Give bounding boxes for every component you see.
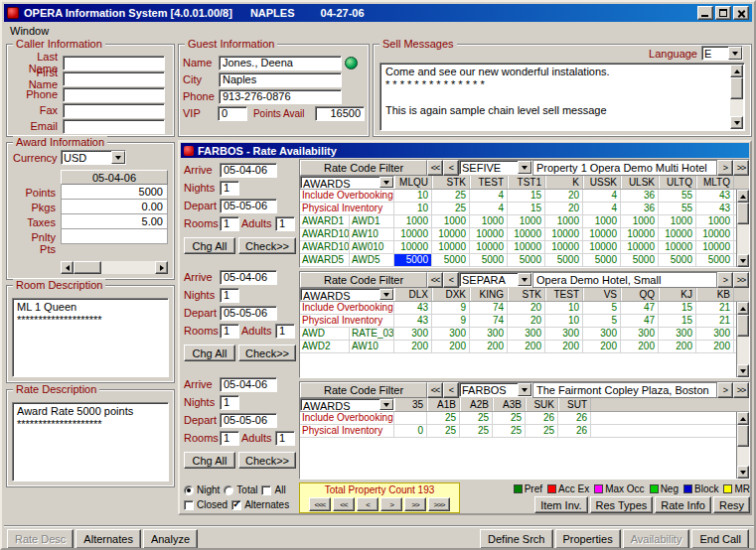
- availability-cell[interactable]: 25: [427, 412, 460, 424]
- availability-cell[interactable]: 5000: [621, 254, 659, 266]
- rate-class-select[interactable]: AWARDS: [300, 288, 394, 301]
- pkgs-value[interactable]: 0.00: [61, 200, 168, 214]
- availability-cell[interactable]: 25: [427, 425, 460, 437]
- scrollbar-thumb[interactable]: [737, 425, 749, 447]
- property-select[interactable]: FARBOS: [459, 382, 532, 397]
- availability-cell[interactable]: 10000: [621, 228, 659, 240]
- grid-vertical-scrollbar[interactable]: [736, 412, 749, 479]
- grid-scroll-left-fast-button[interactable]: <<: [427, 272, 443, 288]
- availability-cell[interactable]: 10000: [432, 241, 470, 253]
- scroll-down-button[interactable]: [737, 466, 749, 479]
- rate-info-button[interactable]: Rate Info: [655, 496, 711, 513]
- night-radio[interactable]: [184, 485, 194, 495]
- resy-button[interactable]: Resy: [713, 496, 750, 513]
- guest-city-field[interactable]: [219, 72, 342, 87]
- availability-cell[interactable]: 5000: [696, 254, 734, 266]
- scroll-down-button[interactable]: [737, 364, 749, 377]
- award-date-column-header[interactable]: 05-04-06: [61, 170, 168, 185]
- grid-scroll-right-fast-button[interactable]: >>: [733, 160, 749, 176]
- arrive-date-input[interactable]: [220, 163, 277, 178]
- availability-cell[interactable]: 200: [432, 341, 470, 352]
- nav-prev-button[interactable]: <: [357, 497, 378, 511]
- first-name-input[interactable]: [63, 71, 165, 86]
- availability-cell[interactable]: 21: [696, 302, 734, 314]
- availability-cell[interactable]: 9: [432, 302, 470, 314]
- pnlty-pts-value[interactable]: [61, 229, 168, 244]
- availability-cell[interactable]: 200: [545, 341, 583, 352]
- adults-input[interactable]: [275, 324, 295, 339]
- availability-cell[interactable]: 25: [432, 190, 470, 202]
- award-horizontal-scrollbar[interactable]: [61, 261, 168, 274]
- availability-cell[interactable]: 300: [583, 328, 621, 340]
- availability-cell[interactable]: 10000: [659, 241, 696, 253]
- availability-cell[interactable]: 1000: [508, 215, 545, 227]
- rate-desc-button[interactable]: Rate Desc: [7, 529, 74, 549]
- availability-cell[interactable]: 4: [470, 203, 508, 214]
- availability-cell[interactable]: 10: [394, 203, 432, 214]
- availability-cell[interactable]: 1000: [432, 215, 470, 227]
- availability-cell[interactable]: 20: [508, 315, 545, 327]
- availability-cell[interactable]: 200: [659, 341, 696, 352]
- menu-window[interactable]: Window: [10, 25, 49, 37]
- availability-cell[interactable]: 74: [470, 302, 508, 314]
- chevron-down-icon[interactable]: [518, 161, 531, 174]
- availability-cell[interactable]: 5000: [583, 254, 621, 266]
- minimize-button[interactable]: [697, 6, 713, 20]
- guest-name-field[interactable]: [219, 56, 342, 70]
- closed-checkbox[interactable]: [184, 500, 194, 510]
- availability-cell[interactable]: 10000: [508, 241, 545, 253]
- availability-cell[interactable]: 1000: [394, 215, 432, 227]
- availability-cell[interactable]: 300: [621, 328, 659, 340]
- scroll-left-button[interactable]: [61, 261, 74, 274]
- rate-class-select[interactable]: AWARDS: [300, 176, 394, 189]
- availability-cell[interactable]: 200: [470, 341, 508, 352]
- availability-cell[interactable]: 74: [470, 315, 508, 327]
- nights-input[interactable]: [220, 181, 239, 196]
- availability-button[interactable]: Availability: [623, 529, 690, 549]
- availability-cell[interactable]: 10: [394, 190, 432, 202]
- res-types-button[interactable]: Res Types: [590, 496, 654, 513]
- availability-cell[interactable]: 43: [394, 315, 432, 327]
- properties-button[interactable]: Properties: [555, 529, 621, 549]
- language-select[interactable]: E: [701, 46, 743, 61]
- maximize-button[interactable]: [715, 6, 731, 20]
- availability-cell[interactable]: 5000: [394, 254, 432, 266]
- depart-date-input[interactable]: [220, 413, 277, 428]
- all-checkbox[interactable]: [261, 485, 271, 495]
- rooms-input[interactable]: [220, 216, 239, 231]
- availability-cell[interactable]: 47: [621, 315, 659, 327]
- availability-cell[interactable]: 300: [470, 328, 508, 340]
- availability-cell[interactable]: 300: [432, 328, 470, 340]
- guest-phone-field[interactable]: [219, 89, 342, 104]
- check-button[interactable]: Check>>: [238, 452, 296, 469]
- availability-cell[interactable]: 5: [583, 315, 621, 327]
- arrive-date-input[interactable]: [220, 270, 277, 285]
- availability-cell[interactable]: 10000: [394, 241, 432, 253]
- availability-cell[interactable]: 25: [460, 425, 493, 437]
- availability-cell[interactable]: 25: [432, 203, 470, 214]
- nights-input[interactable]: [220, 395, 239, 410]
- availability-cell[interactable]: [394, 412, 427, 424]
- rooms-input[interactable]: [220, 324, 239, 339]
- item-inv-button[interactable]: Item Inv.: [534, 496, 587, 513]
- email-input[interactable]: [63, 119, 165, 134]
- availability-cell[interactable]: 21: [696, 315, 734, 327]
- availability-cell[interactable]: 10000: [432, 228, 470, 240]
- nav-fast-prev-button[interactable]: <<: [333, 497, 355, 511]
- availability-cell[interactable]: 25: [460, 412, 493, 424]
- availability-cell[interactable]: 10000: [470, 228, 508, 240]
- scroll-up-button[interactable]: [737, 302, 749, 315]
- availability-cell[interactable]: 5000: [432, 254, 470, 266]
- rooms-input[interactable]: [220, 431, 239, 446]
- availability-cell[interactable]: 10000: [621, 241, 659, 253]
- availability-cell[interactable]: 15: [508, 203, 545, 214]
- availability-cell[interactable]: 200: [508, 341, 545, 352]
- availability-cell[interactable]: 47: [621, 302, 659, 314]
- availability-cell[interactable]: 25: [493, 412, 526, 424]
- availability-cell[interactable]: 1000: [583, 215, 621, 227]
- availability-cell[interactable]: 10: [545, 315, 583, 327]
- scroll-up-button[interactable]: [737, 412, 749, 425]
- availability-cell[interactable]: 4: [583, 203, 621, 214]
- availability-cell[interactable]: 43: [696, 190, 734, 202]
- check-button[interactable]: Check>>: [238, 344, 296, 361]
